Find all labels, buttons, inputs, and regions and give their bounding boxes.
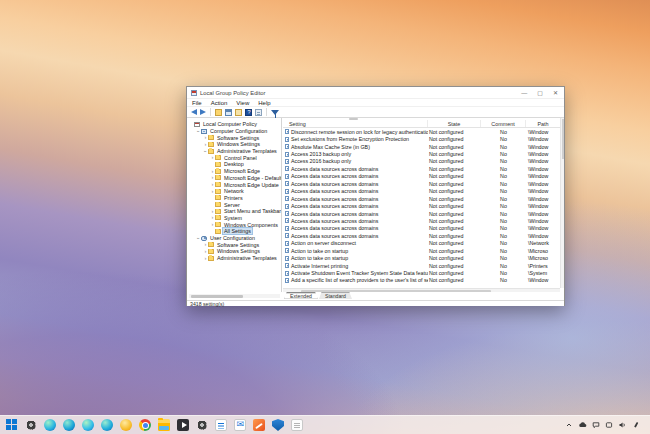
edge-browser-icon-4[interactable] xyxy=(101,419,113,431)
column-header-setting[interactable]: Setting xyxy=(283,120,428,127)
tree-item[interactable]: System xyxy=(187,215,281,222)
setting-row[interactable]: Access data sources across domains Not c… xyxy=(283,232,560,239)
pen-icon[interactable] xyxy=(632,421,640,429)
tree-item[interactable]: Microsoft Edge xyxy=(187,168,281,175)
setting-row[interactable]: Access 2016 backup only Not configured N… xyxy=(283,158,560,165)
policy-doc-icon xyxy=(285,271,289,276)
reader-app-icon[interactable] xyxy=(215,419,227,431)
chrome-canary-icon[interactable] xyxy=(120,419,132,431)
setting-row[interactable]: Set exclusions from Remote Encryption Pr… xyxy=(283,135,560,142)
setting-row[interactable]: Access data sources across domains Not c… xyxy=(283,173,560,180)
edge-browser-icon-1[interactable] xyxy=(44,419,56,431)
tree-item[interactable]: Microsoft Edge Update xyxy=(187,181,281,188)
setting-row[interactable]: Add a specific list of search providers … xyxy=(283,277,560,284)
setting-path: \Window xyxy=(526,151,560,157)
tray-chevron-up-icon[interactable] xyxy=(565,421,573,429)
office-app-icon[interactable] xyxy=(253,419,265,431)
chat-icon[interactable] xyxy=(592,421,600,429)
tree-item[interactable]: Windows Settings xyxy=(187,248,281,255)
tree-item[interactable]: Administrative Templates xyxy=(187,148,281,155)
settings-gear-icon[interactable] xyxy=(25,419,37,431)
setting-row[interactable]: Action to take on startup Not configured… xyxy=(283,254,560,261)
close-button[interactable]: ✕ xyxy=(553,87,558,99)
tree-item[interactable]: Network xyxy=(187,188,281,195)
menu-item[interactable]: File xyxy=(192,100,202,106)
setting-state: Not configured xyxy=(428,188,481,194)
tree-item[interactable]: Printers xyxy=(187,195,281,202)
title-bar[interactable]: Local Group Policy Editor — ▢ ✕ xyxy=(187,87,564,99)
setting-row[interactable]: Disconnect remote session on lock for le… xyxy=(283,128,560,135)
tree-item-label: Microsoft Edge xyxy=(223,168,261,174)
setting-row[interactable]: Access data sources across domains Not c… xyxy=(283,225,560,232)
console-window-icon[interactable] xyxy=(225,109,232,116)
menu-item[interactable]: Action xyxy=(211,100,228,106)
settings-gear-icon-2[interactable] xyxy=(196,419,208,431)
forward-arrow-icon[interactable] xyxy=(200,109,206,115)
setting-row[interactable]: Access data sources across domains Not c… xyxy=(283,188,560,195)
menu-item[interactable]: Help xyxy=(258,100,270,106)
help-icon[interactable] xyxy=(245,109,252,116)
filter-icon[interactable] xyxy=(271,110,279,115)
view-tab[interactable]: Standard xyxy=(319,292,352,299)
tree-item[interactable]: All Settings xyxy=(187,228,281,235)
action-pane-icon[interactable] xyxy=(255,109,262,116)
export-list-icon[interactable] xyxy=(235,109,242,116)
setting-state: Not configured xyxy=(428,248,481,254)
maximize-button[interactable]: ▢ xyxy=(537,87,543,99)
tree-item[interactable]: Computer Configuration xyxy=(187,128,281,135)
tree-item[interactable]: Microsoft Edge - Default Sett... xyxy=(187,175,281,182)
tree-node-icon xyxy=(194,122,200,127)
media-player-icon[interactable] xyxy=(177,419,189,431)
input-indicator-icon[interactable] xyxy=(605,421,613,429)
tree-item[interactable]: Start Menu and Taskbar xyxy=(187,208,281,215)
file-explorer-icon[interactable] xyxy=(158,419,170,431)
column-header-comment[interactable]: Comment xyxy=(481,120,526,127)
tree-item[interactable]: Software Settings xyxy=(187,134,281,141)
setting-row[interactable]: Activate Internet printing Not configure… xyxy=(283,262,560,269)
show-console-tree-icon[interactable] xyxy=(215,109,222,116)
minimize-button[interactable]: — xyxy=(521,87,527,99)
setting-row[interactable]: Action to take on startup Not configured… xyxy=(283,247,560,254)
view-tab[interactable]: Extended xyxy=(284,292,318,299)
edge-browser-icon-3[interactable] xyxy=(82,419,94,431)
volume-icon[interactable] xyxy=(618,421,627,429)
tree-item[interactable]: Windows Components xyxy=(187,221,281,228)
notepad-icon[interactable] xyxy=(291,419,303,431)
tree-item[interactable]: Server xyxy=(187,201,281,208)
setting-row[interactable]: Access data sources across domains Not c… xyxy=(283,165,560,172)
setting-comment: No xyxy=(481,255,526,261)
setting-row[interactable]: Activate Shutdown Event Tracker System S… xyxy=(283,269,560,276)
tree-horizontal-scrollbar[interactable] xyxy=(189,294,280,298)
back-arrow-icon[interactable] xyxy=(191,109,197,115)
edge-browser-icon-2[interactable] xyxy=(63,419,75,431)
column-header-path[interactable]: Path xyxy=(526,120,560,127)
list-vertical-scrollbar[interactable] xyxy=(560,118,564,288)
tree-item[interactable]: Administrative Templates xyxy=(187,255,281,262)
setting-row[interactable]: Absolute Max Cache Size (in GB) Not conf… xyxy=(283,143,560,150)
setting-row[interactable]: Access data sources across domains Not c… xyxy=(283,202,560,209)
setting-comment: No xyxy=(481,136,526,142)
chrome-icon[interactable] xyxy=(139,419,151,431)
tree-item[interactable]: User Configuration xyxy=(187,235,281,242)
setting-row[interactable]: Access data sources across domains Not c… xyxy=(283,210,560,217)
mail-icon[interactable] xyxy=(234,419,246,431)
setting-row[interactable]: Access data sources across domains Not c… xyxy=(283,195,560,202)
menu-item[interactable]: View xyxy=(236,100,249,106)
start-button[interactable] xyxy=(6,419,18,431)
tree-item[interactable]: Control Panel xyxy=(187,154,281,161)
tree-item[interactable]: Desktop xyxy=(187,161,281,168)
setting-path: \Window xyxy=(526,277,560,283)
onedrive-cloud-icon[interactable] xyxy=(578,421,587,429)
gpedit-window: Local Group Policy Editor — ▢ ✕ FileActi… xyxy=(186,86,565,306)
setting-row[interactable]: Access 2013 backup only Not configured N… xyxy=(283,150,560,157)
tree-item[interactable]: Local Computer Policy xyxy=(187,121,281,128)
column-header-state[interactable]: State xyxy=(428,120,481,127)
tree-item[interactable]: Windows Settings xyxy=(187,141,281,148)
setting-row[interactable]: Action on server disconnect Not configur… xyxy=(283,240,560,247)
tree-item-label: Network xyxy=(223,188,245,194)
setting-row[interactable]: Access data sources across domains Not c… xyxy=(283,217,560,224)
setting-row[interactable]: Access data sources across domains Not c… xyxy=(283,180,560,187)
tree-item-label: User Configuration xyxy=(209,235,256,241)
windows-security-shield-icon[interactable] xyxy=(272,419,284,431)
tree-item[interactable]: Software Settings xyxy=(187,241,281,248)
